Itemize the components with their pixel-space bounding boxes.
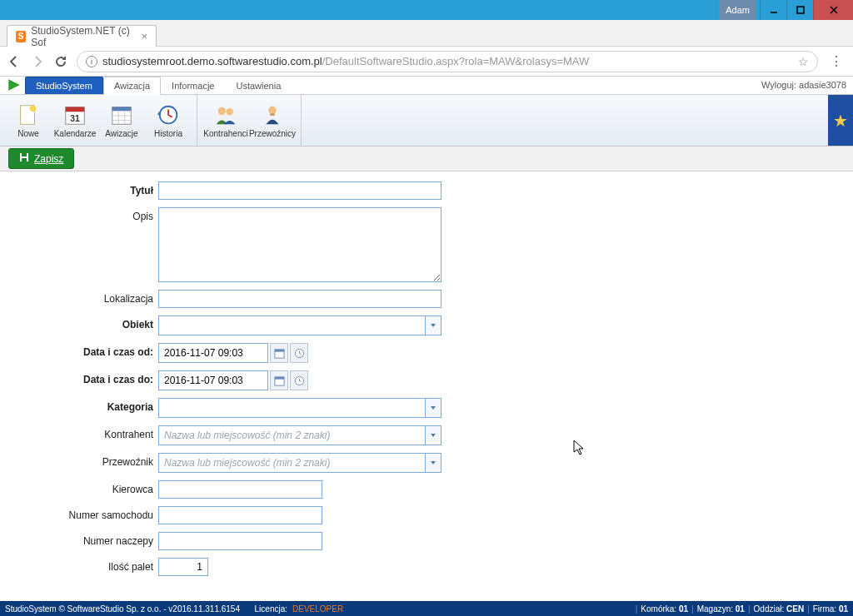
combo-kontrahent[interactable] xyxy=(158,425,441,445)
input-numer-naczepy[interactable] xyxy=(158,532,322,550)
combo-kategoria-input[interactable] xyxy=(158,398,425,418)
play-icon[interactable] xyxy=(7,77,22,92)
new-document-icon xyxy=(16,102,41,127)
browser-address-bar: i studiosystemroot.demo.softwarestudio.c… xyxy=(0,47,853,77)
svg-rect-8 xyxy=(66,107,85,112)
svg-rect-22 xyxy=(22,153,27,156)
label-opis: Opis xyxy=(0,207,158,222)
svg-rect-20 xyxy=(270,113,275,116)
label-kontrahent: Kontrahent xyxy=(0,425,158,440)
browser-tab[interactable]: S StudioSystem.NET (c) Sof × xyxy=(7,25,157,47)
history-icon xyxy=(156,102,181,127)
form: Tytuł Opis Lokalizacja Obiekt Data i cza… xyxy=(0,171,853,576)
combo-obiekt[interactable] xyxy=(158,315,441,335)
ribbon-historia[interactable]: Historia xyxy=(145,97,192,144)
ribbon-label: Nowe xyxy=(17,129,39,138)
input-data-od[interactable] xyxy=(158,343,268,363)
grid-calendar-icon xyxy=(109,102,134,127)
tab-close-icon[interactable]: × xyxy=(141,30,147,42)
combo-kontrahent-input[interactable] xyxy=(158,425,425,445)
combo-kategoria[interactable] xyxy=(158,398,441,418)
ribbon-przewoznicy[interactable]: Przewoźnicy xyxy=(249,97,296,144)
ribbon-label: Historia xyxy=(154,129,182,138)
combo-przewoznik[interactable] xyxy=(158,453,441,473)
ribbon-awizacje[interactable]: Awizacje xyxy=(98,97,145,144)
tab-ustawienia[interactable]: Ustawienia xyxy=(225,77,292,94)
label-tytul: Tytuł xyxy=(0,181,158,196)
ribbon-label: Kalendarze xyxy=(54,129,97,138)
status-bar: StudioSystem © SoftwareStudio Sp. z o.o.… xyxy=(0,601,853,616)
label-data-do: Data i czas do: xyxy=(0,370,158,385)
label-kierowca: Kierowca xyxy=(0,480,158,495)
chevron-down-icon[interactable] xyxy=(425,315,441,335)
clock-picker-icon[interactable] xyxy=(290,370,308,390)
reload-button[interactable] xyxy=(53,54,68,69)
svg-point-18 xyxy=(226,108,232,115)
maximize-button[interactable] xyxy=(786,0,813,20)
ribbon-kalendarze[interactable]: 31 Kalendarze xyxy=(52,97,98,144)
url-text: studiosystemroot.demo.softwarestudio.com… xyxy=(102,55,589,67)
browser-menu-button[interactable]: ⋮ xyxy=(826,53,846,69)
calendar-picker-icon[interactable] xyxy=(270,343,288,363)
url-box[interactable]: i studiosystemroot.demo.softwarestudio.c… xyxy=(77,51,818,72)
label-kategoria: Kategoria xyxy=(0,398,158,413)
chevron-down-icon[interactable] xyxy=(425,398,441,418)
ribbon-favorites[interactable]: ★ xyxy=(828,95,853,146)
svg-rect-25 xyxy=(274,349,283,351)
logout-link[interactable]: Wyloguj: adasie3078 xyxy=(761,80,846,90)
label-ilosc-palet: Ilość palet xyxy=(0,558,158,573)
carrier-icon xyxy=(260,102,285,127)
calendar-icon: 31 xyxy=(62,102,87,127)
disk-icon xyxy=(19,152,29,165)
ribbon-label: Przewoźnicy xyxy=(249,129,296,138)
input-tytul[interactable] xyxy=(158,181,441,200)
chevron-down-icon[interactable] xyxy=(425,453,441,473)
combo-obiekt-input[interactable] xyxy=(158,315,425,335)
tab-awizacja[interactable]: Awizacja xyxy=(103,77,161,95)
people-icon xyxy=(213,102,238,127)
chevron-down-icon[interactable] xyxy=(425,425,441,445)
favicon-icon: S xyxy=(16,31,26,42)
status-licencja-value: DEVELOPER xyxy=(292,604,343,614)
input-data-do[interactable] xyxy=(158,370,268,390)
ribbon-toolbar: Nowe 31 Kalendarze Awizacje Historia xyxy=(0,95,853,147)
svg-text:31: 31 xyxy=(70,114,80,123)
status-licencja-label: Licencja: xyxy=(255,604,287,614)
window-titlebar: Adam xyxy=(0,0,853,20)
site-info-icon[interactable]: i xyxy=(86,56,97,67)
label-obiekt: Obiekt xyxy=(0,315,158,330)
clock-picker-icon[interactable] xyxy=(290,343,308,363)
input-ilosc-palet[interactable] xyxy=(158,558,208,576)
label-numer-samochodu: Numer samochodu xyxy=(0,506,158,521)
label-przewoznik: Przewoźnik xyxy=(0,453,158,468)
forward-button[interactable] xyxy=(30,54,45,69)
status-copyright: StudioSystem © SoftwareStudio Sp. z o.o.… xyxy=(5,604,240,614)
svg-rect-28 xyxy=(274,376,283,379)
input-opis[interactable] xyxy=(158,207,441,282)
ribbon-kontrahenci[interactable]: Kontrahenci xyxy=(202,97,249,144)
svg-rect-11 xyxy=(112,107,132,112)
svg-point-17 xyxy=(218,107,226,115)
combo-przewoznik-input[interactable] xyxy=(158,453,425,473)
back-button[interactable] xyxy=(7,54,22,69)
user-button[interactable]: Adam xyxy=(719,0,756,20)
tab-informacje[interactable]: Informacje xyxy=(161,77,225,94)
close-button[interactable] xyxy=(813,0,853,20)
save-button[interactable]: Zapisz xyxy=(8,148,74,169)
calendar-picker-icon[interactable] xyxy=(270,370,288,390)
input-lokalizacja[interactable] xyxy=(158,290,441,308)
tab-studiosystem[interactable]: StudioSystem xyxy=(25,77,103,94)
ribbon-label: Kontrahenci xyxy=(203,129,247,138)
ribbon-label: Awizacje xyxy=(105,129,137,138)
action-bar: Zapisz xyxy=(0,147,853,171)
input-numer-samochodu[interactable] xyxy=(158,506,322,524)
ribbon-nowe[interactable]: Nowe xyxy=(5,97,52,144)
bookmark-star-icon[interactable]: ☆ xyxy=(798,55,809,68)
label-numer-naczepy: Numer naczepy xyxy=(0,532,158,547)
svg-rect-1 xyxy=(797,7,804,13)
save-label: Zapisz xyxy=(34,153,63,165)
minimize-button[interactable] xyxy=(760,0,786,20)
browser-tab-title: StudioSystem.NET (c) Sof xyxy=(31,25,132,48)
label-lokalizacja: Lokalizacja xyxy=(0,290,158,305)
input-kierowca[interactable] xyxy=(158,480,322,499)
